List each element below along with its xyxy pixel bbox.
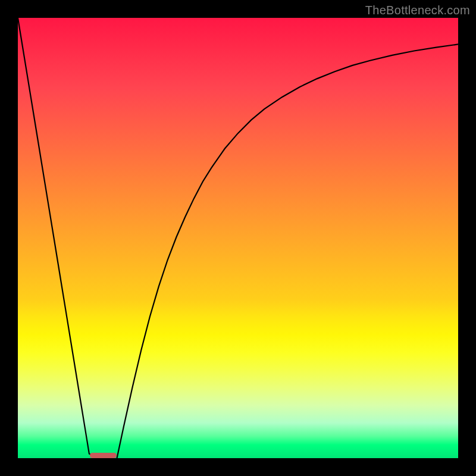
plot-area	[18, 18, 458, 458]
bottleneck-marker	[90, 453, 117, 458]
chart-container: TheBottleneck.com	[0, 0, 476, 476]
chart-curves	[18, 18, 458, 458]
watermark-text: TheBottleneck.com	[365, 4, 470, 17]
right-curve	[117, 44, 459, 458]
left-line-curve	[18, 18, 97, 458]
